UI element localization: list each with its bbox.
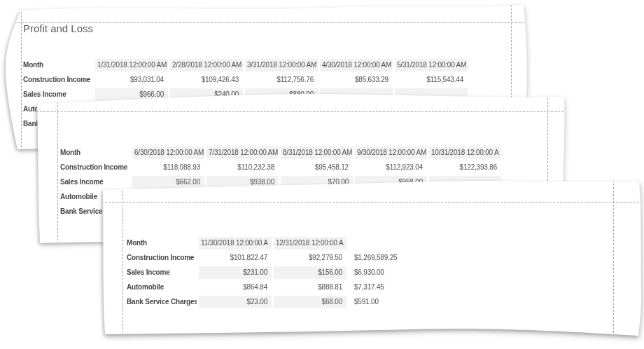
column-header-cell: 8/31/2018 12:00:00 AM <box>281 146 353 159</box>
value-cell: $92,279.50 <box>274 252 346 264</box>
value-cell: $85,633.29 <box>320 74 393 86</box>
row-total-cell: $6,930.00 <box>349 266 440 279</box>
column-header-cell: 9/30/2018 12:00:00 AM <box>355 146 427 159</box>
value-cell: $118,088.93 <box>132 161 204 174</box>
value-cell: $888.81 <box>274 281 346 294</box>
value-cell: $864.84 <box>199 281 272 294</box>
pivot-table-page-3: Month 11/30/2018 12:00:00 A 12/31/2018 1… <box>127 237 440 310</box>
value-cell: $109,426.43 <box>170 74 243 86</box>
column-header-cell: 2/28/2018 12:00:00 AM <box>170 59 243 71</box>
row-header-label: Month <box>127 237 197 249</box>
column-header-cell: 3/31/2018 12:00:00 AM <box>245 59 318 71</box>
value-cell: $93,031.04 <box>95 74 168 86</box>
left-margin-guide <box>57 91 58 248</box>
row-label: Sales Income <box>127 266 197 279</box>
table-row: Construction Income $118,088.93 $110,232… <box>60 161 501 174</box>
row-header-label: Month <box>60 146 130 159</box>
row-label: Construction Income <box>127 252 197 264</box>
month-header-row: Month 6/30/2018 12:00:00 AM 7/31/2018 12… <box>60 146 501 159</box>
row-label: Automobile <box>127 281 197 294</box>
table-row: Bank Service Charges $23.00 $68.00 $591.… <box>127 296 440 308</box>
value-cell: $101,822.47 <box>199 252 272 264</box>
paper-page-3: Month 11/30/2018 12:00:00 A 12/31/2018 1… <box>102 177 644 349</box>
month-header-row: Month 11/30/2018 12:00:00 A 12/31/2018 1… <box>127 237 440 249</box>
table-row: Construction Income $101,822.47 $92,279.… <box>127 252 440 264</box>
value-cell: $115,543.44 <box>395 74 468 86</box>
row-label: Construction Income <box>23 74 93 86</box>
column-header-cell: 4/30/2018 12:00:00 AM <box>320 59 393 71</box>
value-cell: $122,393.86 <box>429 161 501 174</box>
column-header-cell: 10/31/2018 12:00:00 A <box>429 146 501 159</box>
report-page-3: Month 11/30/2018 12:00:00 A 12/31/2018 1… <box>102 177 644 349</box>
table-row: Sales Income $231.00 $156.00 $6,930.00 <box>127 266 440 279</box>
column-header-cell: 1/31/2018 12:00:00 AM <box>95 59 168 71</box>
row-label: Bank Service Charges <box>127 296 197 308</box>
column-header-cell: 6/30/2018 12:00:00 AM <box>132 146 204 159</box>
value-cell: $95,458.12 <box>281 161 353 174</box>
table-row: Construction Income $93,031.04 $109,426.… <box>23 74 468 86</box>
left-margin-guide <box>21 1 22 153</box>
right-margin-guide <box>613 177 614 349</box>
row-label: Construction Income <box>60 161 130 174</box>
top-margin-guide <box>36 111 567 112</box>
column-header-cell: 11/30/2018 12:00:00 A <box>199 237 272 249</box>
column-header-cell: 7/31/2018 12:00:00 AM <box>206 146 279 159</box>
month-header-row: Month 1/31/2018 12:00:00 AM 2/28/2018 12… <box>23 59 468 71</box>
value-cell: $112,923.04 <box>355 161 427 174</box>
report-preview-canvas: Profit and Loss Month 1/31/2018 12:00:00… <box>0 0 644 349</box>
value-cell: $231.00 <box>199 266 272 279</box>
top-margin-guide <box>102 202 644 203</box>
column-header-cell: 5/31/2018 12:00:00 AM <box>395 59 468 71</box>
row-total-cell: $1,269,589.25 <box>349 252 440 264</box>
row-header-label: Month <box>23 59 93 71</box>
left-margin-guide <box>122 177 123 349</box>
table-row: Automobile $864.84 $888.81 $7,317.45 <box>127 281 440 294</box>
value-cell: $156.00 <box>274 266 346 279</box>
value-cell: $112,756.76 <box>245 74 318 86</box>
row-total-cell: $591.00 <box>349 296 440 308</box>
value-cell: $110,232.38 <box>206 161 279 174</box>
value-cell: $23.00 <box>199 296 272 308</box>
value-cell: $68.00 <box>274 296 346 308</box>
column-header-cell: 12/31/2018 12:00:00 A <box>274 237 346 249</box>
row-total-cell: $7,317.45 <box>349 281 440 294</box>
page-title: Profit and Loss <box>23 22 93 34</box>
